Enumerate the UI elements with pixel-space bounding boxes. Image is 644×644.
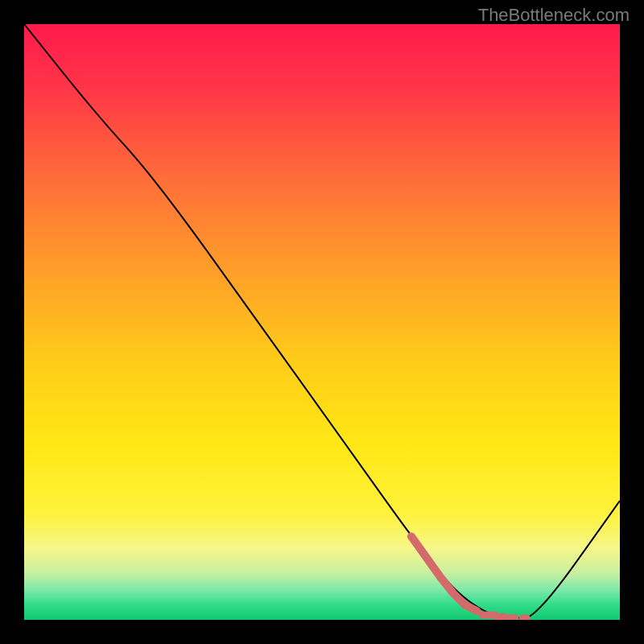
watermark-text: TheBottleneck.com [478,5,630,26]
chart-background [24,24,620,620]
chart-svg [24,24,620,620]
